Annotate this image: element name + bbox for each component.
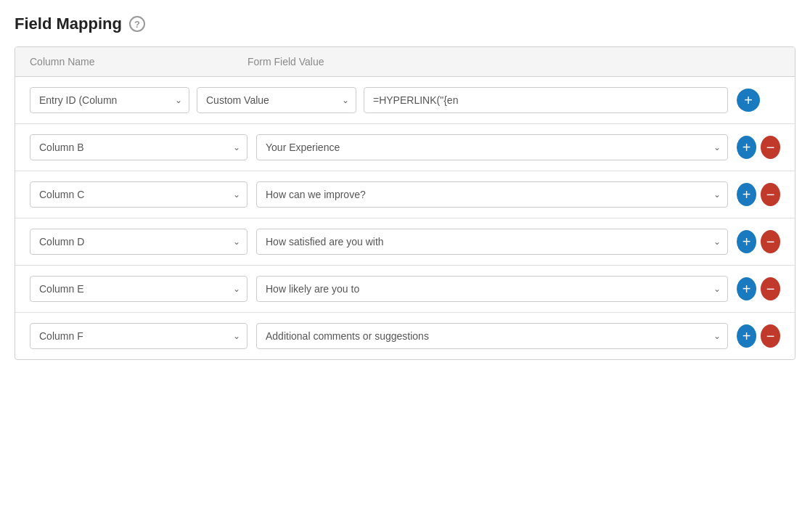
actions-header bbox=[737, 56, 780, 67]
custom-value-select[interactable]: Custom Value bbox=[197, 87, 356, 113]
add-button-row-c[interactable]: + bbox=[737, 183, 756, 206]
remove-button-row-e[interactable]: − bbox=[761, 277, 780, 300]
rows-container: Column B ⌄ Your Experience ⌄ + − Column … bbox=[15, 124, 795, 359]
form-field-cell-row-b: Your Experience ⌄ bbox=[256, 134, 728, 160]
column-cell-row-c: Column C ⌄ bbox=[30, 181, 248, 208]
column-cell-row-e: Column E ⌄ bbox=[30, 276, 248, 302]
column-select-row-b[interactable]: Column B bbox=[30, 134, 248, 160]
hyperlink-input-wrapper bbox=[364, 87, 728, 113]
form-field-select-wrapper-row-b: Your Experience ⌄ bbox=[256, 134, 728, 160]
form-field-select-row-f[interactable]: Additional comments or suggestions bbox=[256, 323, 728, 349]
help-icon[interactable]: ? bbox=[129, 16, 145, 32]
column-cell-row-b: Column B ⌄ bbox=[30, 134, 248, 160]
column-select-wrapper-row-e: Column E ⌄ bbox=[30, 276, 248, 302]
row-actions-row-d: + − bbox=[737, 230, 780, 253]
row-actions-row-c: + − bbox=[737, 183, 780, 206]
column-select-wrapper-row-c: Column C ⌄ bbox=[30, 181, 248, 208]
table-row-row-c: Column C ⌄ How can we improve? ⌄ + − bbox=[15, 171, 795, 218]
column-cell-row-f: Column F ⌄ bbox=[30, 323, 248, 349]
form-field-select-wrapper-row-f: Additional comments or suggestions ⌄ bbox=[256, 323, 728, 349]
add-button-row-d[interactable]: + bbox=[737, 230, 756, 253]
table-row-row-e: Column E ⌄ How likely are you to ⌄ + − bbox=[15, 266, 795, 313]
first-row-fields: Entry ID (Column ⌄ Custom Value ⌄ bbox=[30, 87, 728, 113]
form-field-select-row-c[interactable]: How can we improve? bbox=[256, 181, 728, 208]
custom-value-select-wrapper: Custom Value ⌄ bbox=[197, 87, 356, 113]
first-row-actions: + bbox=[737, 89, 780, 112]
row-actions-row-e: + − bbox=[737, 277, 780, 300]
column-select-row-e[interactable]: Column E bbox=[30, 276, 248, 302]
page-header: Field Mapping ? bbox=[15, 15, 795, 33]
column-select-row-f[interactable]: Column F bbox=[30, 323, 248, 349]
add-button-row-f[interactable]: + bbox=[737, 324, 756, 348]
form-field-select-row-e[interactable]: How likely are you to bbox=[256, 276, 728, 302]
entry-id-column-select[interactable]: Entry ID (Column bbox=[30, 87, 189, 113]
form-field-cell-row-e: How likely are you to ⌄ bbox=[256, 276, 728, 302]
form-field-cell-row-c: How can we improve? ⌄ bbox=[256, 181, 728, 208]
form-field-select-row-b[interactable]: Your Experience bbox=[256, 134, 728, 160]
remove-button-row-c[interactable]: − bbox=[761, 183, 780, 206]
form-field-select-wrapper-row-c: How can we improve? ⌄ bbox=[256, 181, 728, 208]
form-field-value-header: Form Field Value bbox=[248, 56, 737, 67]
remove-button-row-f[interactable]: − bbox=[761, 324, 780, 348]
column-select-row-c[interactable]: Column C bbox=[30, 181, 248, 208]
add-button-row-b[interactable]: + bbox=[737, 136, 756, 159]
form-field-select-wrapper-row-d: How satisfied are you with ⌄ bbox=[256, 229, 728, 255]
entry-id-column-wrapper: Entry ID (Column ⌄ bbox=[30, 87, 189, 113]
row-actions-row-b: + − bbox=[737, 136, 780, 159]
remove-button-row-b[interactable]: − bbox=[761, 136, 780, 159]
table-row-first: Entry ID (Column ⌄ Custom Value ⌄ + bbox=[15, 77, 795, 124]
add-button-row-e[interactable]: + bbox=[737, 277, 756, 300]
field-mapping-table: Column Name Form Field Value Entry ID (C… bbox=[15, 46, 795, 360]
form-field-select-wrapper-row-e: How likely are you to ⌄ bbox=[256, 276, 728, 302]
column-select-wrapper-row-b: Column B ⌄ bbox=[30, 134, 248, 160]
table-row-row-b: Column B ⌄ Your Experience ⌄ + − bbox=[15, 124, 795, 171]
hyperlink-text-input[interactable] bbox=[364, 87, 728, 113]
remove-button-row-d[interactable]: − bbox=[761, 230, 780, 253]
table-header: Column Name Form Field Value bbox=[15, 47, 795, 77]
column-cell-row-d: Column D ⌄ bbox=[30, 229, 248, 255]
row-actions-row-f: + − bbox=[737, 324, 780, 348]
column-name-header: Column Name bbox=[30, 56, 248, 67]
table-row-row-f: Column F ⌄ Additional comments or sugges… bbox=[15, 313, 795, 359]
first-row-add-button[interactable]: + bbox=[737, 89, 760, 112]
column-select-wrapper-row-d: Column D ⌄ bbox=[30, 229, 248, 255]
form-field-select-row-d[interactable]: How satisfied are you with bbox=[256, 229, 728, 255]
form-field-cell-row-f: Additional comments or suggestions ⌄ bbox=[256, 323, 728, 349]
page-title: Field Mapping bbox=[15, 15, 122, 33]
form-field-cell-row-d: How satisfied are you with ⌄ bbox=[256, 229, 728, 255]
column-select-wrapper-row-f: Column F ⌄ bbox=[30, 323, 248, 349]
column-select-row-d[interactable]: Column D bbox=[30, 229, 248, 255]
table-row-row-d: Column D ⌄ How satisfied are you with ⌄ … bbox=[15, 218, 795, 266]
